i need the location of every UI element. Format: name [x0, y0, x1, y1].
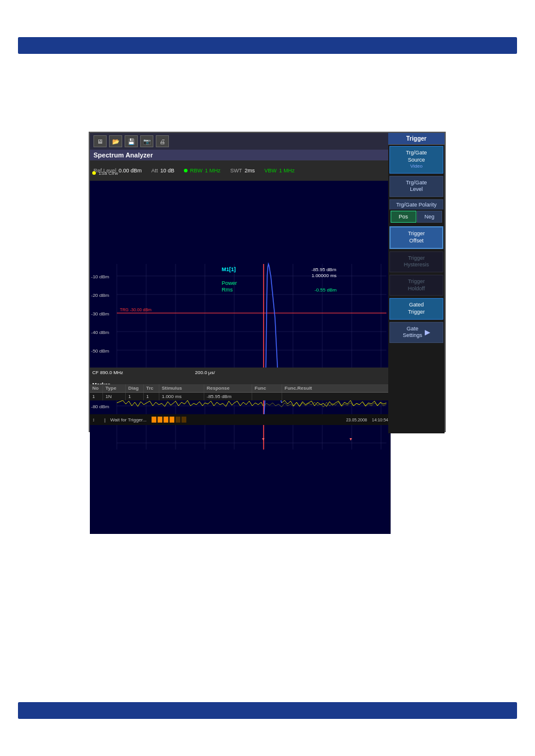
right-panel: Trigger Trg/Gate Source Video Trg/Gate L… [388, 133, 445, 433]
status-date: 23.05.2008 [346, 418, 367, 422]
cell-trc: 1 [144, 393, 159, 400]
progress-2 [158, 417, 162, 423]
col-diag: Diag [126, 384, 144, 392]
svg-text:TRG  -30.00 dBm: TRG -30.00 dBm [120, 308, 152, 312]
marker-table-row: 1 1N 1 1 1.000 ms -85.95 dBm [90, 393, 391, 400]
instrument-display: 🖥 📂 💾 📷 🖨 Spectrum Analyzer Ref Level 0.… [89, 132, 446, 432]
cell-type: 1N [103, 393, 126, 400]
marker-table-header-row: No Type Diag Trc Stimulus Response Func … [90, 384, 391, 393]
polarity-pos-btn[interactable]: Pos [391, 211, 416, 223]
status-divider: | [104, 417, 105, 423]
col-stimulus: Stimulus [159, 384, 204, 392]
toolbar-screenshot-icon[interactable]: 🖥 [93, 135, 107, 147]
trigger-holdoff-line1: Trigger [391, 278, 442, 286]
svg-text:-20 dBm: -20 dBm [91, 293, 110, 298]
status-bar: ↕ | Wait for Trigger... 23.05.2008 14:10… [90, 414, 391, 425]
trigger-hysteresis-line1: Trigger [391, 255, 442, 262]
chart-area: -10 dBm -20 dBm -30 dBm -40 dBm -50 dBm … [90, 181, 391, 534]
vbw-value: 1 MHz [279, 168, 295, 174]
att-group: Att 10 dB [152, 168, 175, 174]
trg-gate-polarity-container: Trg/Gate Polarity Pos Neg [389, 199, 443, 224]
toolbar-camera-icon[interactable]: 📷 [140, 135, 153, 147]
x-scale: 200.0 μs/ [195, 370, 215, 375]
col-response: Response [204, 384, 252, 392]
svg-text:1.00000 ms: 1.00000 ms [312, 273, 337, 278]
att-value: 10 dB [161, 168, 175, 174]
col-trc: Trc [144, 384, 159, 392]
toolbar-folder-icon[interactable]: 📂 [109, 135, 122, 147]
gate-settings-arrow: ▶ [425, 328, 430, 338]
trigger-offset-line1: Trigger [392, 230, 441, 238]
trigger-holdoff-line2: Holdoff [391, 286, 442, 293]
svg-text:-50 dBm: -50 dBm [91, 348, 110, 354]
cf-label: CF 890.0 MHz [92, 370, 123, 375]
svg-text:-40 dBm: -40 dBm [91, 330, 110, 335]
trg-gate-level-line1: Trg/Gate [391, 180, 442, 187]
gated-trigger-line1: Gated [391, 302, 442, 309]
progress-3 [164, 417, 168, 423]
swt-value: 2ms [244, 168, 255, 174]
trigger-hysteresis-line2: Hysteresis [391, 262, 442, 269]
instrument-title: Spectrum Analyzer [93, 151, 153, 159]
rbw-label: RBW [190, 168, 202, 174]
progress-6 [182, 417, 186, 423]
chart-svg: -10 dBm -20 dBm -30 dBm -40 dBm -50 dBm … [90, 181, 391, 534]
polarity-row: Pos Neg [391, 211, 442, 223]
vbw-group: VBW 1 MHz [264, 168, 295, 174]
svg-text:-0.55 dBm: -0.55 dBm [315, 287, 337, 293]
cell-stimulus: 1.000 ms [159, 393, 204, 400]
top-bar [18, 37, 517, 54]
trg-gate-source-line2: Source [391, 157, 442, 164]
col-type: Type [103, 384, 126, 392]
svg-text:▼: ▼ [349, 437, 353, 441]
vbw-label: VBW [264, 168, 277, 174]
ref-level-value: 0.00 dBm [119, 168, 142, 174]
status-time: 14:10:54 [372, 418, 388, 422]
status-trigger: Wait for Trigger... [110, 417, 147, 423]
toolbar: 🖥 📂 💾 📷 🖨 [90, 133, 391, 150]
title-bar: Spectrum Analyzer [90, 150, 391, 160]
gated-trigger-line2: Trigger [391, 309, 442, 316]
params-bar: Ref Level 0.00 dBm Att 10 dB RBW 1 MHz S… [90, 160, 391, 181]
toolbar-print-icon[interactable]: 🖨 [156, 135, 169, 147]
swt-label: SWT [230, 168, 242, 174]
chart-bottom: CF 890.0 MHz 200.0 μs/ [90, 368, 391, 377]
svg-text:-85.95 dBm: -85.95 dBm [312, 267, 337, 272]
trigger-holdoff-btn[interactable]: Trigger Holdoff [389, 275, 443, 296]
gate-settings-text: Gate Settings [403, 326, 422, 339]
trigger-offset-line2: Offset [392, 238, 441, 245]
bottom-bar [18, 702, 517, 719]
cell-func [252, 393, 282, 400]
trg-gate-level-btn[interactable]: Trg/Gate Level [389, 176, 443, 197]
cell-no: 1 [90, 393, 103, 400]
rbw-group: RBW 1 MHz [184, 168, 220, 174]
svg-text:-10 dBm: -10 dBm [91, 274, 110, 280]
trigger-hysteresis-btn[interactable]: Trigger Hysteresis [389, 251, 443, 272]
col-func: Func [252, 384, 282, 392]
cell-func-result [282, 393, 391, 400]
cell-diag: 1 [126, 393, 144, 400]
col-no: No [90, 384, 103, 392]
svg-text:▼: ▼ [261, 437, 265, 441]
polarity-neg-btn[interactable]: Neg [417, 211, 443, 223]
progress-1 [152, 417, 156, 423]
att-label: Att [152, 168, 158, 174]
svg-text:-30 dBm: -30 dBm [91, 311, 110, 317]
col-func-result: Func.Result [282, 384, 391, 392]
gate-settings-btn[interactable]: Gate Settings ▶ [389, 322, 443, 343]
toolbar-disk-icon[interactable]: 💾 [125, 135, 138, 147]
trigger-progress [152, 417, 186, 423]
trace-dot [92, 171, 96, 175]
trg-gate-source-line3: Video [391, 163, 442, 169]
trigger-title: Trigger [388, 133, 445, 145]
trg-gate-source-line1: Trg/Gate [391, 150, 442, 157]
cell-response: -85.95 dBm [204, 393, 252, 400]
svg-text:Rms: Rms [222, 287, 233, 293]
progress-5 [176, 417, 180, 423]
marker-table: No Type Diag Trc Stimulus Response Func … [90, 384, 391, 400]
gated-trigger-btn[interactable]: Gated Trigger [389, 298, 443, 319]
trg-gate-polarity-label: Trg/Gate Polarity [389, 199, 443, 210]
trg-gate-source-btn[interactable]: Trg/Gate Source Video [389, 146, 443, 174]
rbw-value: 1 MHz [205, 168, 220, 174]
trigger-offset-btn[interactable]: Trigger Offset [389, 226, 443, 248]
